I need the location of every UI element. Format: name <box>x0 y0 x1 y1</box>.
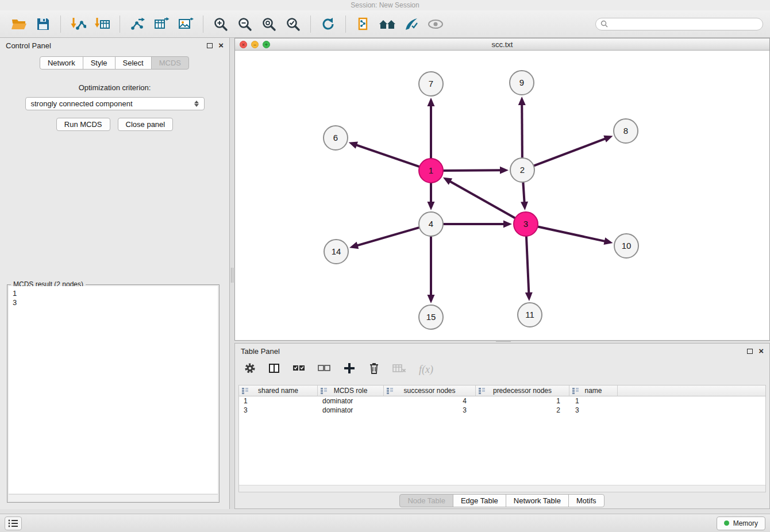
apply-style-button[interactable] <box>399 13 424 35</box>
zoom-selected-icon <box>286 17 301 32</box>
import-network-button[interactable] <box>66 13 90 35</box>
list-icon <box>8 519 18 527</box>
node-label-10: 10 <box>622 241 632 250</box>
memory-button[interactable]: Memory <box>717 516 765 530</box>
network-window-titlebar[interactable]: scc.txt × – + <box>235 38 769 51</box>
network-canvas[interactable]: 7968124314101511 <box>235 51 769 340</box>
network-window-title: scc.txt <box>235 40 769 49</box>
edge-2-3[interactable] <box>523 181 524 203</box>
maximize-window-button[interactable]: + <box>263 41 270 48</box>
save-icon <box>36 17 50 31</box>
zoom-in-icon <box>213 17 228 32</box>
float-panel-icon[interactable] <box>747 349 753 354</box>
node-label-9: 9 <box>519 78 524 87</box>
table-row[interactable]: 3dominator323 <box>239 406 765 415</box>
delete-column-button[interactable] <box>368 362 380 377</box>
save-session-button[interactable] <box>31 13 55 35</box>
edge-1-2[interactable] <box>442 170 502 171</box>
table-row[interactable]: 1dominator411 <box>239 396 765 406</box>
export-table-button[interactable] <box>149 13 174 35</box>
tab-network-table[interactable]: Network Table <box>506 494 569 507</box>
tab-select[interactable]: Select <box>115 56 152 70</box>
control-panel-title: Control Panel <box>6 41 51 50</box>
clone-network-button[interactable] <box>351 13 375 35</box>
tab-network[interactable]: Network <box>40 56 83 70</box>
task-history-button[interactable] <box>5 516 22 530</box>
node-label-14: 14 <box>332 246 341 256</box>
apply-layout-button[interactable] <box>316 13 340 35</box>
zoom-in-button[interactable] <box>209 13 233 35</box>
mcds-result-list[interactable]: 13 <box>9 286 218 494</box>
column-type-icon <box>479 388 485 394</box>
show-columns-button[interactable] <box>268 363 280 376</box>
tab-edge-table[interactable]: Edge Table <box>453 494 506 507</box>
search-box[interactable] <box>595 18 763 30</box>
zoom-selected-button[interactable] <box>281 13 305 35</box>
table-settings-button[interactable] <box>244 363 256 376</box>
column-header-shared-name[interactable]: shared name <box>239 385 318 396</box>
close-window-button[interactable]: × <box>240 41 247 48</box>
zoom-fit-button[interactable] <box>257 13 281 35</box>
home-view-button[interactable] <box>375 13 399 35</box>
result-scrollbar[interactable] <box>9 494 218 501</box>
trash-icon <box>368 362 380 375</box>
column-header-label: shared name <box>258 387 298 395</box>
search-input[interactable] <box>611 20 758 28</box>
edge-1-6[interactable] <box>355 145 421 167</box>
show-hide-button[interactable] <box>424 13 448 35</box>
edge-3-1[interactable] <box>449 181 516 219</box>
optimization-criterion-label: Optimization criterion: <box>0 83 229 92</box>
node-label-3: 3 <box>523 219 528 229</box>
edge-3-10[interactable] <box>537 226 606 241</box>
function-builder-button[interactable]: f(x) <box>419 364 433 376</box>
network-graph[interactable]: 7968124314101511 <box>235 51 769 340</box>
column-header-MCDS-role[interactable]: MCDS role <box>318 385 384 396</box>
column-type-icon <box>321 388 327 394</box>
edge-arrow-icon <box>603 136 613 142</box>
close-panel-icon[interactable]: × <box>759 348 764 354</box>
select-all-columns-button[interactable] <box>292 363 305 376</box>
minimize-window-button[interactable]: – <box>251 41 259 48</box>
column-header-name[interactable]: name <box>569 385 618 396</box>
edge-3-11[interactable] <box>526 235 529 294</box>
run-mcds-button[interactable]: Run MCDS <box>56 118 110 131</box>
column-type-icon <box>387 388 393 394</box>
tab-mcds[interactable]: MCDS <box>151 56 189 70</box>
gear-icon <box>244 363 256 374</box>
edge-2-9[interactable] <box>522 103 522 159</box>
column-header-label: successor nodes <box>403 387 455 395</box>
column-header-predecessor-nodes[interactable]: predecessor nodes <box>476 385 569 396</box>
edge-4-14[interactable] <box>356 227 421 246</box>
create-column-button[interactable] <box>343 362 356 377</box>
vertical-splitter[interactable] <box>230 38 234 509</box>
delete-table-button[interactable] <box>392 363 406 376</box>
tab-style[interactable]: Style <box>83 56 116 70</box>
table-horizontal-scrollbar[interactable] <box>239 485 765 492</box>
export-image-button[interactable] <box>174 13 198 35</box>
float-panel-icon[interactable] <box>207 43 213 48</box>
tab-node-table[interactable]: Node Table <box>399 494 453 507</box>
tab-motifs[interactable]: Motifs <box>568 494 605 507</box>
criterion-dropdown[interactable]: strongly connected component <box>25 97 205 110</box>
close-panel-icon[interactable]: × <box>218 43 224 48</box>
zoom-out-button[interactable] <box>233 13 257 35</box>
close-panel-button[interactable]: Close panel <box>118 118 174 131</box>
node-label-1: 1 <box>429 165 433 175</box>
node-table-header: shared nameMCDS rolesuccessor nodesprede… <box>239 385 765 396</box>
table-cell: 1 <box>476 397 569 405</box>
unselect-all-columns-button[interactable] <box>318 363 330 376</box>
import-table-button[interactable] <box>90 13 114 35</box>
eye-icon <box>428 19 444 29</box>
node-label-11: 11 <box>525 310 534 319</box>
node-label-8: 8 <box>623 126 628 136</box>
new-network-button[interactable] <box>125 13 149 35</box>
edge-2-8[interactable] <box>533 138 607 167</box>
result-line: 3 <box>13 298 214 307</box>
open-session-button[interactable] <box>7 13 31 35</box>
table-cell: 1 <box>239 397 318 405</box>
column-header-label: predecessor nodes <box>493 387 552 395</box>
export-table-icon <box>153 17 170 32</box>
column-header-successor-nodes[interactable]: successor nodes <box>384 385 476 396</box>
open-folder-icon <box>11 17 27 31</box>
table-toolbar: f(x) <box>235 357 442 381</box>
